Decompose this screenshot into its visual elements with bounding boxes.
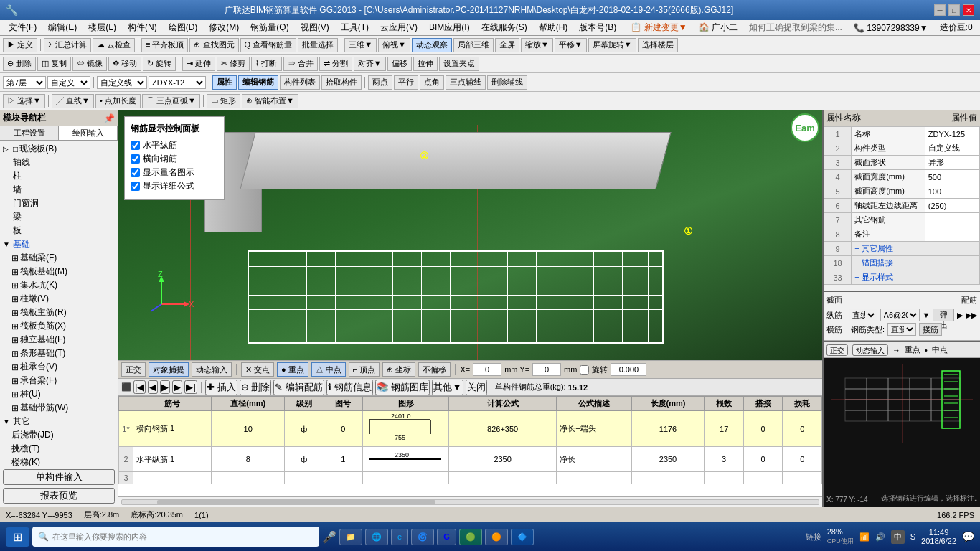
tree-post-cast[interactable]: 后浇带(JD) bbox=[1, 428, 116, 442]
tree-beam[interactable]: 梁 bbox=[1, 210, 116, 224]
tree-found-rebar[interactable]: ⊞基础带筋(W) bbox=[1, 401, 116, 415]
mini-dynamic-btn[interactable]: 动态输入 bbox=[852, 344, 888, 356]
table-row[interactable]: 1* 横向钢筋.1 10 ф 0 2401.0 755 bbox=[119, 411, 822, 447]
prop-val-3[interactable]: 异形 bbox=[925, 156, 979, 170]
tree-column[interactable]: 柱 bbox=[1, 169, 116, 183]
menu-floor[interactable]: 楼层(L) bbox=[83, 20, 122, 35]
dynamic-input-btn[interactable]: 动态输入 bbox=[192, 362, 232, 377]
tree-stair[interactable]: 楼梯(K) bbox=[1, 456, 116, 466]
single-component-btn[interactable]: 单构件输入 bbox=[3, 469, 115, 485]
long-popup-btn[interactable]: 弹出 bbox=[933, 309, 954, 321]
stir-btn[interactable]: 搂筋 bbox=[919, 323, 942, 336]
smart-layout-btn[interactable]: ⊕ 智能布置▼ bbox=[242, 94, 298, 108]
menu-price[interactable]: 造价豆:0 bbox=[934, 20, 979, 35]
rect-btn[interactable]: ▭ 矩形 bbox=[207, 94, 240, 108]
resize-icon[interactable]: ⬛ bbox=[121, 382, 131, 392]
point-extend-btn[interactable]: • 点加长度 bbox=[95, 94, 141, 108]
mini-ortho-btn[interactable]: 正交 bbox=[826, 344, 848, 356]
menu-phone[interactable]: 📞 13907298339▼ bbox=[848, 22, 934, 34]
nav-last-btn[interactable]: ▶| bbox=[184, 380, 197, 394]
mirror-btn[interactable]: ⇔ 镜像 bbox=[72, 57, 107, 71]
tree-raft-neg[interactable]: ⊞筏板负筋(X) bbox=[1, 319, 116, 333]
nav-play-btn[interactable]: ▶ bbox=[160, 380, 170, 394]
tree-axis[interactable]: 轴线 bbox=[1, 156, 116, 169]
merge-btn[interactable]: ⇒ 合并 bbox=[283, 57, 318, 71]
tree-opening[interactable]: 门窗洞 bbox=[1, 197, 116, 210]
cb-show-qty[interactable]: 显示量名图示 bbox=[131, 166, 218, 179]
dynamic-obs-btn[interactable]: 动态观察 bbox=[412, 38, 452, 52]
zoom-btn[interactable]: 缩放▼ bbox=[521, 38, 553, 52]
break-btn[interactable]: ⌇ 打断 bbox=[251, 57, 281, 71]
tree-pile[interactable]: ⊞桩(U) bbox=[1, 387, 116, 401]
tree-sump[interactable]: ⊞集水坑(K) bbox=[1, 278, 116, 292]
insert-rebar-btn[interactable]: ✚ 插入 bbox=[205, 380, 237, 395]
tree-raft[interactable]: ⊞筏板基础(M) bbox=[1, 265, 116, 278]
tree-foundation-beam[interactable]: ⊞基础梁(F) bbox=[1, 251, 116, 265]
trans-type-select[interactable]: 直筋 bbox=[887, 323, 916, 336]
tree-slab[interactable]: ▷□现浇板(B) bbox=[1, 142, 116, 156]
select-floor-btn[interactable]: 选择楼层 bbox=[638, 38, 678, 52]
nav-pin-icon[interactable]: 📌 bbox=[104, 113, 115, 123]
point-angle-btn[interactable]: 点角 bbox=[420, 75, 444, 90]
tree-isolated[interactable]: ⊞独立基础(F) bbox=[1, 333, 116, 347]
prop-expand-9[interactable]: + 其它属性 bbox=[852, 242, 980, 256]
calc-btn[interactable]: Σ 汇总计算 bbox=[44, 38, 91, 52]
move-btn[interactable]: ✥ 移动 bbox=[108, 57, 141, 71]
close-panel-btn[interactable]: 关闭 bbox=[466, 380, 487, 395]
edit-rebar-btn[interactable]: 编辑钢筋 bbox=[238, 75, 278, 90]
parallel-btn[interactable]: 平行 bbox=[394, 75, 418, 90]
long-spec-select[interactable]: A6@200 bbox=[880, 309, 920, 321]
table-row[interactable]: 2 水平纵筋.1 8 ф 1 2350 2350 净长 bbox=[119, 447, 822, 472]
search-input[interactable] bbox=[32, 527, 319, 547]
top-view-btn[interactable]: 俯视▼ bbox=[378, 38, 410, 52]
prop-val-4[interactable]: 500 bbox=[925, 170, 979, 184]
pan-btn[interactable]: 平移▼ bbox=[555, 38, 587, 52]
menu-view[interactable]: 视图(V) bbox=[295, 20, 335, 35]
table-row[interactable]: 3 bbox=[119, 472, 822, 484]
taskbar-chrome[interactable]: 🌀 bbox=[411, 529, 434, 545]
del-aux-btn[interactable]: 删除辅线 bbox=[487, 75, 527, 90]
cb-show-formula[interactable]: 显示详细公式 bbox=[131, 180, 218, 192]
define-btn[interactable]: ▶ 定义 bbox=[3, 38, 37, 52]
menu-edit[interactable]: 编辑(E) bbox=[42, 20, 83, 35]
y-input[interactable] bbox=[532, 363, 561, 376]
menu-help[interactable]: 帮助(H) bbox=[533, 20, 574, 35]
screen-rotate-btn[interactable]: 屏幕旋转▼ bbox=[588, 38, 636, 52]
split-btn[interactable]: ⇌ 分割 bbox=[319, 57, 352, 71]
menu-file[interactable]: 文件(F) bbox=[3, 20, 42, 35]
offset-btn[interactable]: 偏移 bbox=[387, 57, 412, 71]
align-top-btn[interactable]: ≡ 平齐板顶 bbox=[141, 38, 188, 52]
cloud-check-btn[interactable]: ☁ 云检查 bbox=[93, 38, 135, 52]
menu-version[interactable]: 版本号(B) bbox=[573, 20, 622, 35]
taskbar-app-blue[interactable]: 🔷 bbox=[511, 529, 534, 545]
notification-btn[interactable]: 💬 bbox=[962, 531, 974, 542]
code-select[interactable]: ZDYX-12 bbox=[149, 76, 206, 89]
line-type-select[interactable]: 自定义线 bbox=[97, 76, 147, 89]
ortho-btn[interactable]: 正交 bbox=[121, 362, 146, 377]
vertex-btn[interactable]: ⌐ 顶点 bbox=[349, 362, 380, 377]
copy-btn[interactable]: ◫ 复制 bbox=[37, 57, 71, 71]
delete-rebar-btn[interactable]: ⊖ 删除 bbox=[240, 380, 272, 395]
menu-rebar-qty[interactable]: 钢筋量(Q) bbox=[245, 20, 294, 35]
prop-row-expand[interactable]: 18 + 锚固搭接 bbox=[824, 256, 980, 270]
nav-first-btn[interactable]: |◀ bbox=[133, 380, 146, 394]
batch-select-btn[interactable]: 批量选择 bbox=[298, 38, 338, 52]
tree-pile-cap[interactable]: ⊞柱墩(V) bbox=[1, 292, 116, 306]
start-button[interactable]: ⊞ bbox=[6, 527, 29, 547]
prop-expand-18[interactable]: + 锚固搭接 bbox=[852, 256, 980, 270]
rebar-info-btn[interactable]: ℹ 钢筋信息 bbox=[326, 380, 373, 395]
tree-raft-main[interactable]: ⊞筏板主筋(R) bbox=[1, 306, 116, 319]
menu-online[interactable]: 在线服务(S) bbox=[476, 20, 533, 35]
prop-scroll[interactable]: 1 名称 ZDYX-125 2 构件类型 自定义线 3 截面形状 异形 4 截面… bbox=[824, 126, 980, 291]
prop-val-6[interactable]: (250) bbox=[925, 199, 979, 213]
nav-next-btn[interactable]: ▶ bbox=[172, 380, 182, 394]
find-elem-btn[interactable]: ⊕ 查找图元 bbox=[189, 38, 238, 52]
taskbar-app-orange[interactable]: 🟠 bbox=[485, 529, 508, 545]
midpoint-btn[interactable]: ● 重点 bbox=[277, 362, 308, 377]
align-btn[interactable]: 对齐▼ bbox=[354, 57, 386, 71]
extend-btn[interactable]: ⇥ 延伸 bbox=[182, 57, 215, 71]
minimize-btn[interactable]: ─ bbox=[934, 4, 946, 16]
other-btn[interactable]: 其他▼ bbox=[432, 380, 463, 395]
menu-tools[interactable]: 工具(T) bbox=[335, 20, 374, 35]
menu-component[interactable]: 构件(N) bbox=[122, 20, 163, 35]
